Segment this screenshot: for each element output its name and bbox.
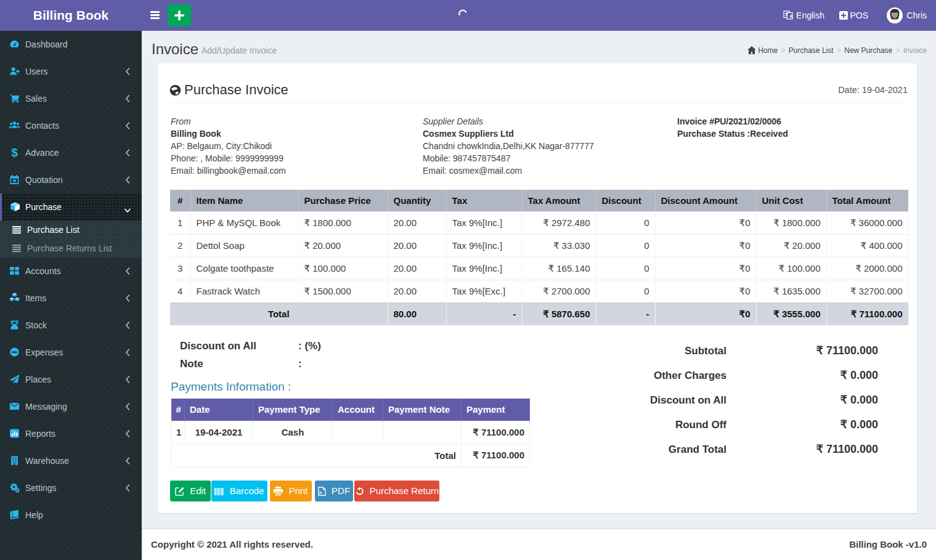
svg-text:P: P xyxy=(319,491,322,495)
svg-text:A: A xyxy=(790,14,793,18)
